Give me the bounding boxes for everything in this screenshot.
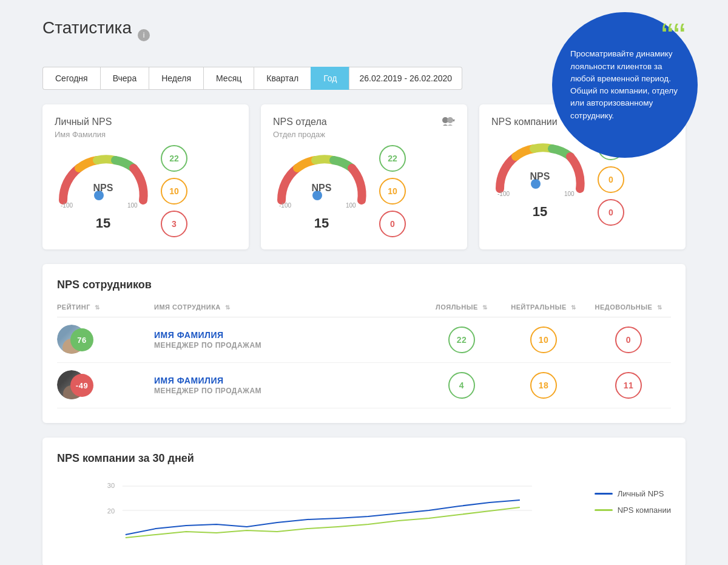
dept-neutral-badge: 10 bbox=[379, 178, 406, 205]
chart-section: NPS компании за 30 дней 30 20 bbox=[42, 438, 686, 565]
dept-dissat-badge: 0 bbox=[379, 211, 406, 237]
dept-nps-value: 15 bbox=[273, 215, 370, 231]
row2-dissat-badge: 11 bbox=[615, 372, 642, 399]
rating-sort-icon[interactable]: ⇅ bbox=[95, 304, 100, 311]
tab-quarter[interactable]: Квартал bbox=[254, 67, 311, 90]
legend-line-personal bbox=[595, 493, 613, 495]
svg-text:▾: ▾ bbox=[453, 118, 455, 123]
row2-rating-cell: -49 bbox=[57, 370, 154, 401]
row2-loyal-cell: 4 bbox=[422, 372, 501, 399]
row1-dissat-badge: 0 bbox=[615, 326, 642, 353]
personal-neutral-badge: 10 bbox=[161, 178, 187, 205]
tab-week[interactable]: Неделя bbox=[149, 67, 203, 90]
row1-employee-name[interactable]: Имя Фамилия bbox=[154, 330, 422, 340]
legend-item-personal: Личный NPS bbox=[595, 489, 671, 498]
dept-nps-card: NPS отдела Отдел продаж ▾ bbox=[261, 104, 467, 249]
row2-avatar-wrap: -49 bbox=[57, 370, 93, 401]
row1-neutral-cell: 10 bbox=[501, 326, 586, 353]
svg-text:NPS: NPS bbox=[312, 183, 332, 193]
svg-text:100: 100 bbox=[346, 202, 356, 209]
date-range-display[interactable]: 26.02.2019 - 26.02.2020 bbox=[349, 67, 462, 90]
legend-label-personal: Личный NPS bbox=[618, 489, 664, 498]
dept-nps-subtitle: Отдел продаж bbox=[273, 130, 327, 139]
dept-nps-gauge: NPS -100 100 bbox=[273, 152, 370, 209]
row1-employee-info: Имя Фамилия Менеджер по продажам bbox=[154, 330, 422, 350]
personal-nps-gauge: NPS -100 100 bbox=[55, 152, 152, 209]
col-neutral-header: НЕЙТРАЛЬНЫЕ ⇅ bbox=[501, 303, 586, 311]
col-dissat-header: НЕДОВОЛЬНЫЕ ⇅ bbox=[586, 303, 671, 311]
neutral-sort-icon[interactable]: ⇅ bbox=[571, 304, 576, 311]
personal-nps-subtitle: Имя Фамилия bbox=[55, 130, 112, 139]
employees-section: NPS сотрудников РЕЙТИНГ ⇅ ИМЯ СОТРУДНИКА… bbox=[42, 264, 686, 423]
row2-employee-name[interactable]: Имя Фамилия bbox=[154, 376, 422, 385]
company-neutral-badge: 0 bbox=[598, 166, 624, 193]
chart-svg: 30 20 bbox=[57, 477, 582, 550]
row2-loyal-badge: 4 bbox=[448, 372, 475, 399]
dissat-sort-icon[interactable]: ⇅ bbox=[657, 304, 662, 311]
row2-rating-badge: -49 bbox=[70, 374, 93, 397]
col-rating-header: РЕЙТИНГ ⇅ bbox=[57, 303, 154, 311]
personal-nps-value: 15 bbox=[55, 215, 152, 231]
chart-area: 30 20 Личный NPS NPS bbox=[57, 477, 671, 552]
personal-dissat-badge: 3 bbox=[161, 211, 187, 237]
row1-loyal-badge: 22 bbox=[448, 326, 475, 353]
legend-item-company: NPS компании bbox=[595, 506, 671, 515]
row2-neutral-badge: 18 bbox=[530, 372, 557, 399]
svg-text:NPS: NPS bbox=[530, 171, 550, 181]
svg-text:100: 100 bbox=[564, 191, 575, 197]
row1-dissat-cell: 0 bbox=[586, 326, 671, 353]
tab-yesterday[interactable]: Вчера bbox=[100, 67, 149, 90]
chart-section-title: NPS компании за 30 дней bbox=[57, 452, 671, 465]
col-name-header: ИМЯ СОТРУДНИКА ⇅ bbox=[154, 303, 422, 311]
col-loyal-header: ЛОЯЛЬНЫЕ ⇅ bbox=[422, 303, 501, 311]
chart-svg-wrap: 30 20 bbox=[57, 477, 582, 552]
row1-employee-role: Менеджер по продажам bbox=[154, 341, 422, 350]
personal-nps-card: Личный NPS Имя Фамилия bbox=[42, 104, 249, 249]
personal-loyal-badge: 22 bbox=[161, 145, 187, 172]
row2-dissat-cell: 11 bbox=[586, 372, 671, 399]
svg-text:-100: -100 bbox=[61, 202, 73, 209]
legend-label-company: NPS компании bbox=[618, 506, 671, 515]
row2-employee-info: Имя Фамилия Менеджер по продажам bbox=[154, 376, 422, 395]
tooltip-text: Просматривайте динамику лояльности клиен… bbox=[570, 48, 679, 122]
company-nps-title: NPS компании bbox=[491, 117, 558, 127]
svg-text:30: 30 bbox=[107, 482, 115, 489]
name-sort-icon[interactable]: ⇅ bbox=[225, 304, 231, 311]
company-nps-gauge: NPS -100 100 bbox=[491, 140, 588, 198]
svg-text:-100: -100 bbox=[497, 191, 510, 197]
row1-loyal-cell: 22 bbox=[422, 326, 501, 353]
page-title: Статистика bbox=[42, 18, 132, 38]
dept-nps-badges: 22 10 0 bbox=[379, 145, 406, 237]
tab-year[interactable]: Год bbox=[311, 67, 349, 90]
tab-month[interactable]: Месяц bbox=[203, 67, 254, 90]
legend-line-company bbox=[595, 509, 613, 511]
dept-loyal-badge: 22 bbox=[379, 145, 406, 172]
svg-text:100: 100 bbox=[127, 202, 138, 209]
tab-today[interactable]: Сегодня bbox=[42, 67, 100, 90]
row1-rating-badge: 76 bbox=[70, 328, 93, 351]
svg-text:20: 20 bbox=[107, 507, 115, 515]
row2-neutral-cell: 18 bbox=[501, 372, 586, 399]
employees-section-title: NPS сотрудников bbox=[57, 279, 671, 291]
svg-text:NPS: NPS bbox=[93, 183, 113, 193]
row1-avatar-wrap: 76 bbox=[57, 325, 93, 355]
personal-nps-badges: 22 10 3 bbox=[161, 145, 187, 237]
company-dissat-badge: 0 bbox=[598, 199, 624, 226]
row2-employee-role: Менеджер по продажам bbox=[154, 387, 422, 395]
table-row: 76 Имя Фамилия Менеджер по продажам 22 1… bbox=[57, 317, 671, 363]
row1-rating-cell: 76 bbox=[57, 325, 154, 355]
info-icon[interactable]: i bbox=[138, 29, 150, 41]
dept-selector-icon[interactable]: ▾ bbox=[442, 117, 455, 129]
row1-neutral-badge: 10 bbox=[530, 326, 557, 353]
loyal-sort-icon[interactable]: ⇅ bbox=[482, 304, 488, 311]
svg-text:-100: -100 bbox=[279, 202, 291, 209]
company-nps-value: 15 bbox=[491, 204, 588, 220]
employees-table-header: РЕЙТИНГ ⇅ ИМЯ СОТРУДНИКА ⇅ ЛОЯЛЬНЫЕ ⇅ НЕ… bbox=[57, 303, 671, 317]
dept-nps-title: NPS отдела bbox=[273, 117, 327, 127]
personal-nps-title: Личный NPS bbox=[55, 117, 112, 127]
info-tooltip-bubble: Просматривайте динамику лояльности клиен… bbox=[552, 12, 698, 158]
chart-legend: Личный NPS NPS компании bbox=[595, 477, 671, 552]
table-row: -49 Имя Фамилия Менеджер по продажам 4 1… bbox=[57, 363, 671, 408]
